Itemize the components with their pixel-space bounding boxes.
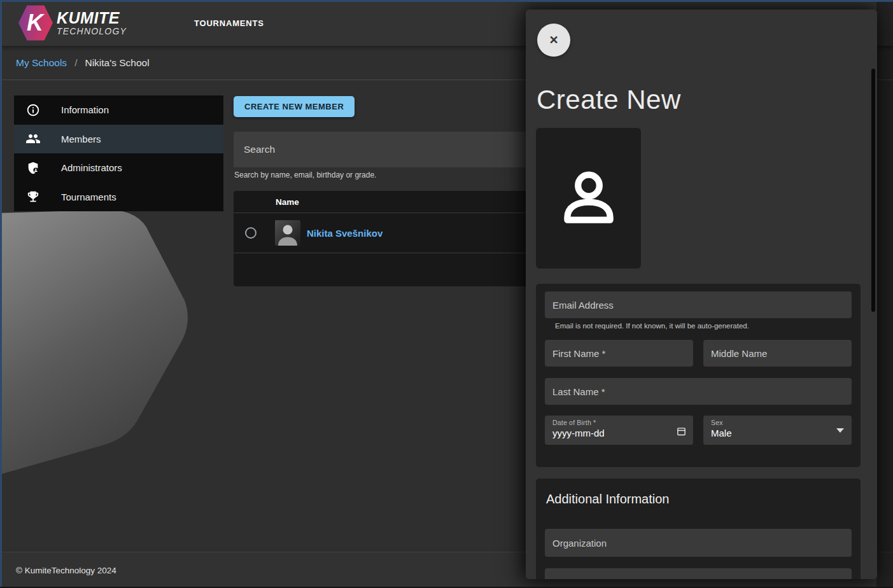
create-new-member-button[interactable]: CREATE NEW MEMBER [234, 96, 355, 117]
additional-field-partial[interactable] [545, 568, 852, 579]
sidebar-item-label: Tournaments [61, 192, 116, 202]
breadcrumb-link-my-schools[interactable]: My Schools [16, 57, 67, 69]
school-sidebar: Information Members Administrators [14, 95, 223, 211]
sex-label: Sex [711, 419, 844, 426]
breadcrumb-current: Nikita's School [85, 57, 149, 69]
avatar-upload-placeholder[interactable] [536, 128, 641, 269]
create-member-drawer: ✕ Create New Email is not required. If n… [526, 10, 877, 579]
member-avatar [275, 220, 300, 246]
chevron-down-icon [836, 428, 844, 433]
nav-item-tournaments[interactable]: TOURNAMENTS [194, 18, 264, 28]
date-of-birth-field[interactable]: Date of Birth * yyyy-mm-dd [545, 416, 693, 445]
additional-info-title: Additional Information [546, 490, 852, 508]
first-name-field[interactable] [545, 340, 693, 367]
sidebar-item-administrators[interactable]: Administrators [14, 153, 223, 183]
window-edge-left [0, 0, 2, 588]
drawer-scrollbar[interactable] [871, 69, 875, 312]
sidebar-item-tournaments[interactable]: Tournaments [14, 183, 223, 212]
brand-logo[interactable]: K KUMITE TECHNOLOGY [18, 5, 127, 41]
column-header-name: Name [276, 197, 299, 207]
sex-select[interactable]: Sex Male [703, 416, 852, 445]
additional-info-card: Additional Information [536, 479, 861, 579]
kumite-logo-icon: K [18, 5, 53, 41]
email-helper-text: Email is not required. If not known, it … [555, 322, 852, 330]
info-icon [25, 102, 41, 118]
person-outline-icon [553, 163, 624, 234]
background-shape [0, 205, 197, 491]
admin-shield-icon [25, 160, 41, 176]
sidebar-item-label: Members [61, 134, 101, 144]
dob-label: Date of Birth * [552, 419, 686, 426]
breadcrumb-separator: / [74, 57, 77, 69]
sidebar-item-members[interactable]: Members [14, 125, 223, 154]
window-edge-top [0, 0, 893, 2]
sidebar-item-label: Administrators [61, 162, 122, 173]
close-icon: ✕ [549, 34, 558, 46]
drawer-title: Create New [537, 85, 681, 115]
group-icon [25, 131, 41, 146]
last-name-field[interactable] [545, 378, 852, 405]
dob-value: yyyy-mm-dd [552, 428, 686, 438]
brand-name: KUMITE [57, 10, 127, 26]
member-name-link[interactable]: Nikita Svešnikov [307, 228, 383, 239]
sex-value: Male [711, 428, 844, 438]
email-field[interactable] [545, 291, 852, 318]
app-window: K KUMITE TECHNOLOGY TOURNAMENTS My Schoo… [0, 0, 893, 588]
drawer-backdrop[interactable] [876, 0, 893, 588]
sidebar-item-information[interactable]: Information [14, 95, 223, 125]
middle-name-field[interactable] [703, 340, 852, 367]
sidebar-item-label: Information [61, 104, 109, 115]
close-button[interactable]: ✕ [537, 24, 570, 57]
footer-copyright: © KumiteTechnology 2024 [16, 566, 116, 575]
row-radio-button[interactable] [245, 227, 257, 239]
basic-info-card: Email is not required. If not known, it … [536, 284, 861, 467]
trophy-icon [25, 189, 41, 204]
calendar-icon[interactable] [676, 426, 687, 439]
breadcrumb: My Schools / Nikita's School [16, 57, 150, 69]
organization-field[interactable] [545, 529, 852, 557]
logo-letter: K [27, 11, 43, 34]
brand-subtitle: TECHNOLOGY [57, 26, 127, 36]
